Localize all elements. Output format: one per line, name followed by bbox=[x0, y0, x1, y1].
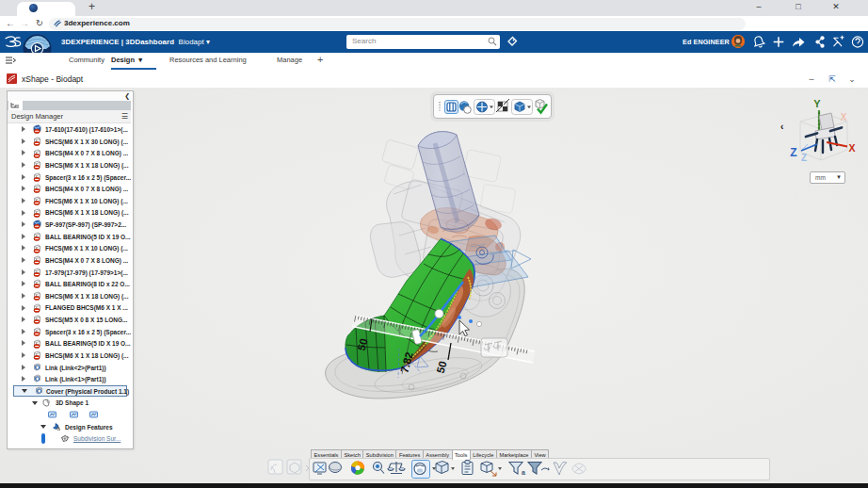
svg-text:Z: Z bbox=[801, 153, 807, 163]
svg-text:a: a bbox=[522, 469, 525, 476]
svg-text:Y: Y bbox=[813, 98, 821, 109]
svg-text:X: X bbox=[841, 112, 847, 122]
svg-text:Z: Z bbox=[790, 146, 796, 159]
svg-text:X: X bbox=[848, 142, 855, 154]
